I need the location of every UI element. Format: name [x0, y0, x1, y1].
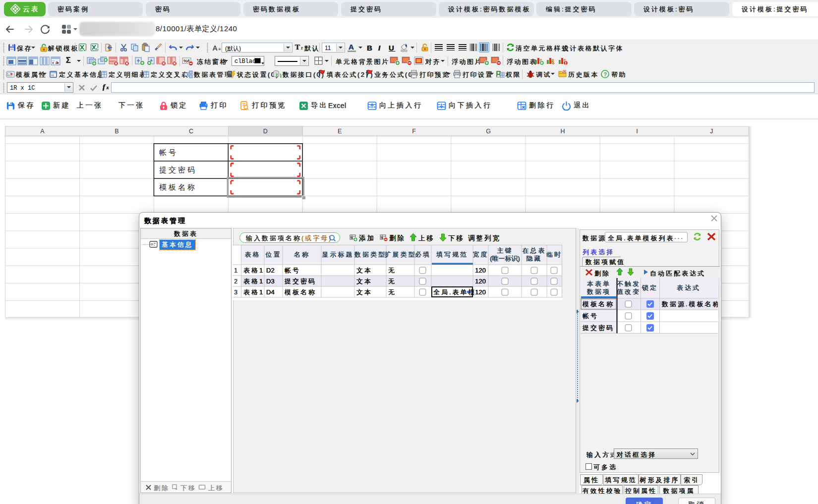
svg-text:表格1: 表格1 — [243, 288, 264, 296]
svg-text:填写规范: 填写规范 — [436, 251, 468, 258]
svg-text:1: 1 — [234, 267, 239, 274]
svg-text:文本: 文本 — [356, 288, 372, 296]
svg-text:F: F — [412, 128, 416, 135]
svg-text:帐号: 帐号 — [285, 267, 300, 274]
svg-text:模板名称: 模板名称 — [582, 300, 614, 308]
svg-text:I: I — [636, 128, 638, 135]
svg-text:H: H — [560, 128, 565, 135]
svg-text:3: 3 — [234, 289, 239, 296]
svg-text:模板名称: 模板名称 — [284, 288, 316, 296]
svg-text:宽度: 宽度 — [473, 251, 489, 258]
svg-text:扩展类型: 扩展类型 — [385, 251, 416, 258]
svg-text:隐藏: 隐藏 — [526, 255, 542, 262]
svg-text:提交密码: 提交密码 — [582, 324, 614, 332]
svg-text:120: 120 — [475, 267, 486, 274]
svg-text:无: 无 — [388, 267, 396, 274]
svg-text:文本: 文本 — [356, 278, 372, 285]
svg-text:必填: 必填 — [415, 251, 431, 258]
svg-text:数据类型: 数据类型 — [354, 251, 386, 258]
svg-text:无: 无 — [388, 278, 396, 285]
svg-text:表格1: 表格1 — [243, 278, 264, 285]
svg-text:E: E — [338, 128, 342, 135]
svg-text:120: 120 — [475, 288, 486, 296]
svg-text:2: 2 — [234, 278, 239, 285]
svg-text:A: A — [40, 128, 45, 135]
svg-text:?: ? — [604, 71, 607, 77]
svg-text:模板名称: 模板名称 — [159, 183, 197, 191]
svg-text:B: B — [115, 128, 118, 135]
svg-text:无: 无 — [388, 288, 396, 296]
svg-text:文本: 文本 — [356, 267, 372, 274]
svg-text:D: D — [263, 128, 268, 135]
svg-text:帐号: 帐号 — [159, 148, 178, 157]
svg-text:值改变: 值改变 — [617, 288, 641, 295]
svg-text:表格1: 表格1 — [243, 267, 264, 274]
svg-text:主键: 主键 — [497, 247, 513, 254]
svg-text:G: G — [486, 128, 491, 135]
svg-text:不触发: 不触发 — [617, 280, 641, 287]
svg-text:在总表: 在总表 — [523, 247, 546, 254]
svg-text:D4: D4 — [266, 288, 275, 296]
svg-text:D2: D2 — [266, 267, 275, 274]
svg-text:名称: 名称 — [294, 251, 310, 258]
svg-text:C: C — [189, 128, 193, 135]
svg-text:位置: 位置 — [266, 251, 282, 258]
svg-text:数据源.模板名称: 数据源.模板名称 — [661, 300, 718, 308]
svg-text:显示标题: 显示标题 — [322, 251, 354, 258]
svg-text:J: J — [710, 128, 713, 135]
svg-text:临时: 临时 — [546, 251, 562, 258]
svg-text:表格: 表格 — [245, 251, 261, 258]
svg-text:提交密码: 提交密码 — [284, 278, 316, 285]
svg-text:D3: D3 — [266, 278, 275, 285]
svg-text:锁定: 锁定 — [642, 284, 658, 291]
svg-text:数据项: 数据项 — [586, 288, 611, 295]
svg-text:120: 120 — [475, 278, 486, 285]
svg-text:(唯一标识): (唯一标识) — [490, 255, 520, 262]
svg-text:表达式: 表达式 — [677, 284, 701, 291]
svg-text:帐号: 帐号 — [583, 312, 598, 320]
svg-text:本表单: 本表单 — [587, 280, 611, 287]
svg-text:提交密码: 提交密码 — [159, 166, 197, 174]
